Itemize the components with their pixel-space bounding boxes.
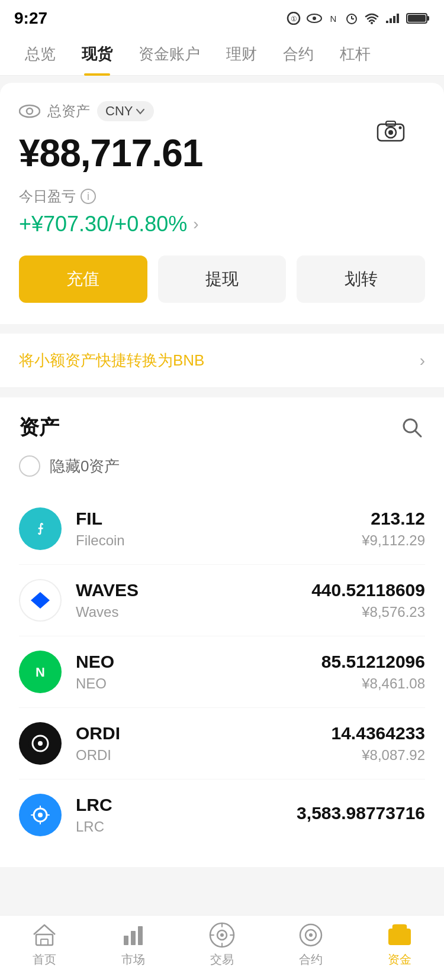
status-bar: 9:27 ① N (0, 0, 444, 33)
svg-rect-12 (397, 14, 399, 23)
svg-point-8 (371, 22, 373, 24)
daily-pnl-value: +¥707.30/+0.80% › (19, 212, 425, 237)
neo-cny: ¥8,461.08 (321, 675, 425, 692)
svg-point-20 (388, 130, 393, 135)
asset-item-neo[interactable]: N NEO NEO 85.51212096 ¥8,461.08 (19, 636, 425, 708)
total-amount: ¥88,717.61 (19, 131, 425, 175)
svg-point-17 (27, 108, 33, 114)
neo-info: NEO NEO (76, 652, 321, 692)
svg-rect-50 (403, 936, 408, 942)
lrc-amounts: 3,583.98773716 (297, 803, 425, 827)
asset-item-lrc[interactable]: LRC LRC 3,583.98773716 (19, 780, 425, 850)
svg-text:N: N (36, 665, 45, 680)
svg-rect-38 (41, 939, 48, 945)
withdraw-button[interactable]: 提现 (158, 255, 287, 303)
nav-label-market: 市场 (121, 952, 145, 968)
hide-zero-toggle[interactable] (19, 455, 40, 477)
nav-item-home[interactable]: 首页 (0, 922, 89, 968)
svg-rect-41 (138, 926, 143, 945)
ordi-amount: 14.4364233 (332, 723, 426, 743)
svg-rect-14 (408, 15, 426, 22)
section-gap-2 (0, 388, 444, 397)
waves-amounts: 440.52118609 ¥8,576.23 (311, 580, 425, 620)
tab-spot[interactable]: 现货 (69, 33, 126, 76)
fil-amounts: 213.12 ¥9,112.29 (362, 509, 425, 549)
ordi-amounts: 14.4364233 ¥8,087.92 (332, 723, 426, 764)
svg-point-33 (38, 741, 43, 746)
hide-zero-row[interactable]: 隐藏0资产 (19, 455, 425, 477)
nav-item-contract[interactable]: 合约 (266, 922, 355, 968)
waves-cny: ¥8,576.23 (311, 604, 425, 620)
fil-info: FIL Filecoin (76, 509, 362, 549)
currency-badge[interactable]: CNY (97, 101, 154, 121)
waves-amount: 440.52118609 (311, 580, 425, 600)
hide-zero-label: 隐藏0资产 (50, 456, 120, 477)
ordi-icon (19, 722, 62, 765)
daily-pnl-label: 今日盈亏 i (19, 187, 425, 206)
main-asset-card: 总资产 CNY ¥88,717.61 今日盈亏 i +¥707.30/+0.80… (0, 83, 444, 324)
eye-icon[interactable] (19, 101, 40, 122)
bnb-chevron-icon: › (420, 351, 425, 370)
tab-funding[interactable]: 资金账户 (126, 33, 213, 76)
svg-point-16 (20, 105, 40, 117)
transfer-button[interactable]: 划转 (297, 255, 425, 303)
neo-symbol: NEO (76, 652, 321, 672)
battery-icon (406, 12, 430, 25)
fil-amount: 213.12 (362, 509, 425, 529)
neo-amount: 85.51212096 (321, 652, 425, 672)
svg-rect-40 (131, 931, 136, 945)
ordi-name: ORDI (76, 747, 332, 764)
lrc-name: LRC (76, 819, 297, 835)
bnb-banner[interactable]: 将小额资产快捷转换为BNB › (0, 334, 444, 388)
nfc-icon: N (327, 12, 340, 24)
nav-item-trade[interactable]: 交易 (178, 922, 266, 968)
wallet-icon (387, 922, 413, 948)
svg-point-44 (220, 933, 224, 937)
asset-label-row: 总资产 CNY (19, 101, 425, 122)
svg-text:①: ① (291, 15, 297, 23)
nav-label-contract: 合约 (299, 952, 323, 968)
dropdown-arrow-icon (135, 106, 146, 117)
search-button[interactable] (399, 415, 425, 441)
waves-info: WAVES Waves (76, 580, 311, 620)
search-icon (400, 416, 424, 439)
neo-amounts: 85.51212096 ¥8,461.08 (321, 652, 425, 692)
action-buttons: 充值 提现 划转 (19, 255, 425, 303)
nav-item-market[interactable]: 市场 (89, 922, 178, 968)
nav-item-funds[interactable]: 资金 (355, 922, 444, 968)
svg-rect-10 (390, 18, 392, 23)
svg-point-36 (38, 813, 43, 817)
tab-contract[interactable]: 合约 (270, 33, 327, 76)
assets-section: 资产 隐藏0资产 ⨍ FIL Filecoin 213.12 ¥9,112.29 (0, 397, 444, 867)
tab-leverage[interactable]: 杠杆 (327, 33, 384, 76)
info-icon[interactable]: i (81, 189, 96, 204)
contract-icon (298, 922, 324, 948)
fil-cny: ¥9,112.29 (362, 532, 425, 549)
deposit-button[interactable]: 充值 (19, 255, 147, 303)
fil-icon: ⨍ (19, 507, 62, 550)
nav-label-funds: 资金 (388, 952, 411, 968)
tab-finance[interactable]: 理财 (213, 33, 270, 76)
pnl-chevron-icon[interactable]: › (193, 215, 198, 234)
asset-item-waves[interactable]: WAVES Waves 440.52118609 ¥8,576.23 (19, 565, 425, 636)
svg-point-47 (309, 933, 313, 937)
tab-overview[interactable]: 总览 (12, 33, 69, 76)
svg-text:N: N (330, 14, 337, 24)
assets-header: 资产 (19, 414, 425, 441)
chart-icon (120, 922, 146, 948)
trade-icon (209, 922, 235, 948)
waves-icon (19, 579, 62, 622)
asset-label: 总资产 (47, 102, 90, 121)
asset-item-fil[interactable]: ⨍ FIL Filecoin 213.12 ¥9,112.29 (19, 493, 425, 565)
wifi-icon (363, 12, 380, 24)
svg-point-22 (399, 127, 402, 130)
svg-point-3 (313, 17, 316, 20)
lrc-icon (19, 794, 62, 836)
svg-line-24 (415, 431, 421, 436)
asset-item-ordi[interactable]: ORDI ORDI 14.4364233 ¥8,087.92 (19, 708, 425, 780)
camera-icon[interactable] (375, 118, 406, 147)
ordi-cny: ¥8,087.92 (332, 747, 426, 764)
fil-symbol: FIL (76, 509, 362, 529)
neo-name: NEO (76, 675, 321, 692)
fil-name: Filecoin (76, 532, 362, 549)
